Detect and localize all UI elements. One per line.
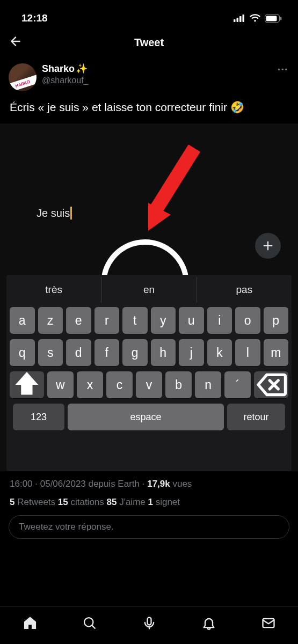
annotation-arrow-icon	[144, 145, 208, 235]
key-y[interactable]: y	[151, 307, 176, 334]
status-indicators	[234, 14, 282, 23]
key-123[interactable]: 123	[13, 404, 64, 430]
key-e[interactable]: e	[66, 307, 91, 334]
key-d[interactable]: d	[66, 339, 91, 366]
key-s[interactable]: s	[38, 339, 63, 366]
meta-from-label: depuis	[86, 479, 118, 489]
meta-sep: ·	[33, 479, 40, 489]
nav-home[interactable]	[22, 615, 38, 631]
battery-icon	[265, 14, 282, 23]
keyboard-row-1: a z e r t y u i o p	[10, 307, 288, 334]
svg-rect-2	[239, 16, 242, 22]
avatar-band-text: HARKO	[9, 75, 37, 91]
search-icon	[82, 616, 97, 631]
reply-input[interactable]: Tweetez votre réponse.	[9, 515, 289, 539]
header-title: Tweet	[134, 36, 164, 49]
shift-icon	[10, 368, 44, 402]
meta-views-label: vues	[170, 479, 192, 489]
bell-icon	[201, 616, 216, 631]
suggestion-bar: très en pas	[6, 277, 292, 303]
key-f[interactable]: f	[95, 339, 120, 366]
tweet-media[interactable]: Je suis très en pas a z e r t y u i o	[0, 123, 298, 471]
keyboard-row-4: 123 espace retour	[10, 404, 288, 430]
key-w[interactable]: w	[47, 371, 74, 398]
key-n[interactable]: n	[195, 371, 221, 398]
key-m[interactable]: m	[264, 339, 289, 366]
keyboard: très en pas a z e r t y u i o p q s d f	[6, 275, 292, 471]
svg-rect-6	[280, 17, 281, 20]
cellular-icon	[234, 14, 245, 22]
home-icon	[23, 616, 38, 631]
key-return[interactable]: retour	[227, 404, 285, 430]
add-button[interactable]	[255, 233, 281, 259]
nav-messages[interactable]	[260, 615, 277, 631]
nav-search[interactable]	[82, 615, 98, 631]
meta-sep2: ·	[140, 479, 147, 489]
backspace-icon	[254, 368, 288, 402]
meta-time: 16:00	[10, 479, 33, 489]
bookmarks-count[interactable]: 1	[148, 497, 152, 507]
key-i[interactable]: i	[207, 307, 232, 334]
key-u[interactable]: u	[179, 307, 204, 334]
status-time: 12:18	[21, 12, 48, 24]
key-l[interactable]: l	[235, 339, 260, 366]
svg-point-9	[84, 618, 93, 626]
more-button[interactable]: •••	[278, 65, 288, 74]
arrow-left-icon	[9, 34, 23, 48]
svg-rect-1	[237, 18, 239, 22]
key-c[interactable]: c	[106, 371, 133, 398]
key-o[interactable]: o	[235, 307, 260, 334]
plus-icon	[262, 240, 274, 252]
key-p[interactable]: p	[264, 307, 289, 334]
quotes-count[interactable]: 15	[58, 497, 68, 507]
user-names[interactable]: Sharko ✨ @sharkouf_	[37, 63, 89, 86]
key-shift[interactable]	[10, 371, 44, 398]
retweets-label[interactable]: Retweets	[14, 497, 57, 507]
key-a[interactable]: a	[10, 307, 35, 334]
keyboard-row-3: w x c v b n ´	[10, 371, 288, 398]
quotes-label[interactable]: citations	[68, 497, 107, 507]
key-backspace[interactable]	[254, 371, 288, 398]
key-accent[interactable]: ´	[224, 371, 251, 398]
key-r[interactable]: r	[95, 307, 120, 334]
key-k[interactable]: k	[207, 339, 232, 366]
key-j[interactable]: j	[179, 339, 204, 366]
svg-rect-10	[147, 617, 151, 625]
svg-line-7	[157, 148, 194, 208]
bookmarks-label[interactable]: signet	[153, 497, 180, 507]
key-t[interactable]: t	[122, 307, 148, 334]
avatar[interactable]: HARKO	[9, 63, 37, 91]
key-x[interactable]: x	[77, 371, 103, 398]
meta-date: 05/06/2023	[40, 479, 86, 489]
key-g[interactable]: g	[122, 339, 148, 366]
key-q[interactable]: q	[10, 339, 35, 366]
key-b[interactable]: b	[165, 371, 192, 398]
sparkles-icon: ✨	[76, 63, 88, 75]
display-name-text: Sharko	[42, 63, 75, 75]
status-bar: 12:18	[0, 0, 298, 29]
compose-text-line: Je suis	[37, 207, 72, 219]
key-space[interactable]: espace	[68, 404, 224, 430]
back-button[interactable]	[9, 34, 23, 50]
key-z[interactable]: z	[38, 307, 63, 334]
tweet-text: Écris « je suis » et laisse ton correcte…	[0, 94, 298, 115]
likes-count[interactable]: 85	[107, 497, 117, 507]
app-header: Tweet	[0, 29, 298, 58]
svg-rect-0	[234, 19, 236, 22]
handle: @sharkouf_	[42, 75, 89, 86]
compose-text: Je suis	[37, 207, 70, 219]
likes-label[interactable]: J'aime	[117, 497, 148, 507]
suggestion-3[interactable]: pas	[197, 277, 292, 303]
suggestion-2[interactable]: en	[101, 277, 196, 303]
reply-placeholder: Tweetez votre réponse.	[19, 522, 114, 532]
key-v[interactable]: v	[136, 371, 162, 398]
nav-notifications[interactable]	[201, 615, 217, 631]
nav-spaces[interactable]	[141, 615, 157, 631]
display-name: Sharko ✨	[42, 63, 89, 75]
key-h[interactable]: h	[151, 339, 176, 366]
tweet-meta[interactable]: 16:00 · 05/06/2023 depuis Earth · 17,9k …	[0, 471, 298, 489]
svg-rect-3	[243, 14, 245, 22]
meta-views-count: 17,9k	[147, 479, 170, 489]
suggestion-1[interactable]: très	[6, 277, 101, 303]
tweet-header: HARKO Sharko ✨ @sharkouf_ •••	[0, 58, 298, 94]
